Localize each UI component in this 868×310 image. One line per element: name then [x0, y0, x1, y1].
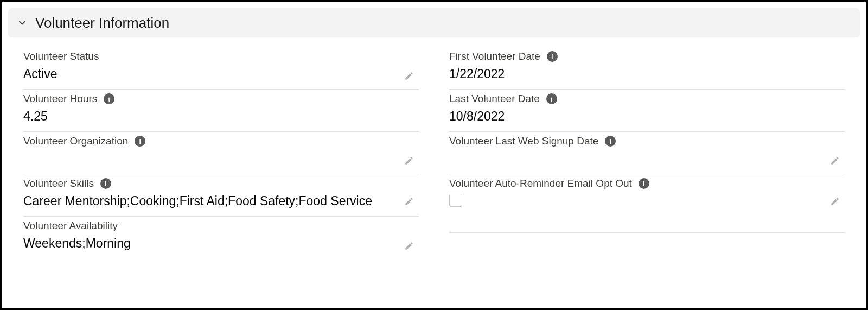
value-last-volunteer-date: 10/8/2022: [449, 108, 845, 125]
info-icon[interactable]: i: [639, 178, 649, 189]
right-column: First Volunteer Date i 1/22/2022 Last Vo…: [449, 47, 845, 259]
field-volunteer-hours: Volunteer Hours i 4.25: [23, 90, 419, 132]
label-volunteer-status: Volunteer Status: [23, 50, 99, 62]
value-volunteer-skills: Career Mentorship;Cooking;First Aid;Food…: [23, 193, 419, 210]
info-icon[interactable]: i: [546, 93, 557, 104]
pencil-icon: [830, 197, 840, 206]
pencil-icon: [404, 241, 414, 251]
pencil-icon: [404, 197, 414, 206]
field-last-web-signup-date: Volunteer Last Web Signup Date i: [449, 132, 845, 174]
value-first-volunteer-date: 1/22/2022: [449, 66, 845, 83]
field-volunteer-availability: Volunteer Availability Weekends;Morning: [23, 217, 419, 259]
label-volunteer-hours: Volunteer Hours: [23, 93, 97, 105]
value-volunteer-status: Active: [23, 66, 419, 83]
label-volunteer-skills: Volunteer Skills: [23, 178, 94, 189]
field-volunteer-status: Volunteer Status Active: [23, 47, 419, 90]
edit-volunteer-organization[interactable]: [401, 153, 417, 168]
label-last-web-signup-date: Volunteer Last Web Signup Date: [449, 135, 598, 147]
info-icon[interactable]: i: [135, 136, 145, 147]
value-last-web-signup-date: [449, 150, 845, 167]
chevron-down-icon[interactable]: [12, 13, 32, 33]
pencil-icon: [830, 156, 840, 166]
edit-auto-reminder-opt-out[interactable]: [827, 194, 843, 209]
edit-volunteer-availability[interactable]: [401, 238, 417, 254]
value-volunteer-hours: 4.25: [23, 108, 419, 125]
section-title: Volunteer Information: [35, 15, 169, 31]
checkbox-auto-reminder-opt-out[interactable]: [449, 194, 462, 207]
edit-volunteer-status[interactable]: [401, 68, 417, 84]
field-last-volunteer-date: Last Volunteer Date i 10/8/2022: [449, 90, 845, 132]
edit-last-web-signup-date[interactable]: [827, 153, 843, 168]
field-first-volunteer-date: First Volunteer Date i 1/22/2022: [449, 47, 845, 90]
value-volunteer-availability: Weekends;Morning: [23, 235, 419, 252]
value-volunteer-organization: [23, 150, 419, 167]
info-icon[interactable]: i: [100, 178, 111, 189]
info-icon[interactable]: i: [104, 93, 114, 104]
field-volunteer-organization: Volunteer Organization i: [23, 132, 419, 174]
pencil-icon: [404, 156, 414, 166]
info-icon[interactable]: i: [547, 51, 558, 62]
label-volunteer-availability: Volunteer Availability: [23, 220, 118, 232]
info-icon[interactable]: i: [605, 136, 616, 147]
value-auto-reminder-opt-out: [449, 193, 845, 211]
section-header[interactable]: Volunteer Information: [8, 8, 860, 37]
pencil-icon: [404, 71, 414, 81]
label-auto-reminder-opt-out: Volunteer Auto-Reminder Email Opt Out: [449, 178, 632, 189]
label-first-volunteer-date: First Volunteer Date: [449, 50, 540, 62]
label-last-volunteer-date: Last Volunteer Date: [449, 93, 540, 105]
left-column: Volunteer Status Active Volunteer Hours …: [23, 47, 419, 259]
field-volunteer-skills: Volunteer Skills i Career Mentorship;Coo…: [23, 174, 419, 217]
edit-volunteer-skills[interactable]: [401, 194, 417, 209]
label-volunteer-organization: Volunteer Organization: [23, 135, 128, 147]
field-auto-reminder-opt-out: Volunteer Auto-Reminder Email Opt Out i: [449, 174, 845, 233]
